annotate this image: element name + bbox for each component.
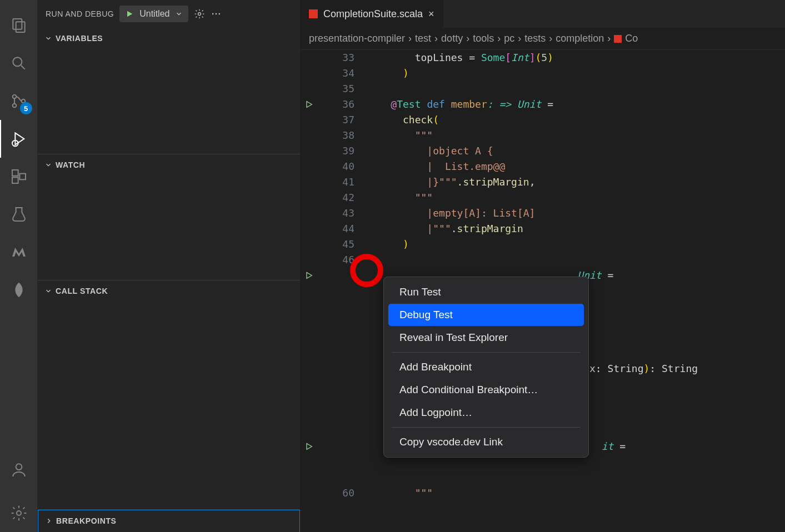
svg-marker-7	[15, 133, 24, 144]
svg-rect-1	[16, 22, 24, 32]
source-control-icon[interactable]: 5	[0, 82, 38, 120]
svg-rect-10	[12, 177, 18, 183]
breadcrumb-item[interactable]: dotty	[441, 33, 463, 44]
svg-rect-0	[13, 19, 22, 29]
panel-callstack: CALL STACK	[38, 280, 300, 510]
scm-badge: 5	[20, 102, 32, 114]
breadcrumb-item[interactable]: tools	[473, 33, 494, 44]
chevron-down-icon	[175, 10, 183, 18]
code-lines[interactable]: topLines = Some[Int](5) ) @Test def memb…	[367, 50, 785, 532]
editor-area: CompletionSuite.scala × presentation-com…	[300, 0, 785, 532]
panel-header-breakpoints[interactable]: BREAKPOINTS	[38, 510, 299, 531]
breadcrumbs: presentation-compiler› test› dotty› tool…	[300, 28, 785, 50]
line-number: 60	[300, 485, 354, 501]
menu-debug-test[interactable]: Debug Test	[388, 304, 584, 326]
svg-point-2	[13, 57, 22, 66]
breadcrumb-item[interactable]: presentation-compiler	[309, 33, 405, 44]
accounts-icon[interactable]	[0, 451, 38, 489]
menu-add-breakpoint[interactable]: Add Breakpoint	[388, 356, 584, 378]
svg-marker-21	[307, 444, 312, 450]
panel-header-variables[interactable]: VARIABLES	[38, 28, 300, 49]
sidebar-header: RUN AND DEBUG Untitled	[38, 0, 300, 28]
menu-separator	[392, 352, 581, 353]
run-debug-icon[interactable]	[0, 120, 38, 158]
line-number	[300, 454, 354, 470]
svg-point-15	[198, 13, 201, 16]
svg-line-3	[21, 66, 25, 69]
svg-point-12	[16, 464, 22, 470]
sidebar-title: RUN AND DEBUG	[46, 9, 114, 18]
menu-copy-link[interactable]: Copy vscode.dev Link	[388, 431, 584, 453]
svg-marker-20	[307, 273, 312, 279]
svg-point-4	[12, 95, 16, 99]
panel-title-breakpoints: BREAKPOINTS	[56, 516, 117, 525]
more-icon[interactable]	[211, 8, 222, 19]
panel-title-watch: WATCH	[56, 160, 85, 169]
breadcrumb-item[interactable]: pc	[504, 33, 514, 44]
run-test-glyph[interactable]	[304, 97, 313, 112]
testing-icon[interactable]	[0, 195, 38, 233]
panel-title-variables: VARIABLES	[56, 34, 103, 43]
activity-bar: 5	[0, 0, 38, 532]
svg-point-5	[12, 104, 16, 108]
debug-sidebar: RUN AND DEBUG Untitled VARIABLES WATCH C…	[38, 0, 300, 532]
breadcrumb-item[interactable]: Co	[625, 33, 638, 44]
scala-file-icon	[614, 35, 622, 43]
gear-icon[interactable]	[194, 8, 205, 19]
panel-title-callstack: CALL STACK	[56, 287, 108, 295]
menu-run-test[interactable]: Run Test	[388, 281, 584, 303]
close-icon[interactable]: ×	[428, 8, 434, 20]
panel-breakpoints: BREAKPOINTS	[38, 510, 300, 532]
menu-add-logpoint[interactable]: Add Logpoint…	[388, 401, 584, 424]
tabs: CompletionSuite.scala ×	[300, 0, 785, 28]
svg-point-13	[17, 511, 21, 515]
panel-watch: WATCH	[38, 154, 300, 281]
svg-point-17	[216, 13, 217, 15]
svg-marker-19	[307, 102, 312, 108]
menu-reveal-explorer[interactable]: Reveal in Test Explorer	[388, 327, 584, 349]
svg-point-16	[212, 13, 214, 15]
play-icon	[125, 9, 134, 18]
menu-add-conditional-breakpoint[interactable]: Add Conditional Breakpoint…	[388, 379, 584, 401]
metals-icon[interactable]	[0, 233, 38, 271]
menu-separator	[392, 427, 581, 428]
line-number	[300, 470, 354, 485]
mongodb-icon[interactable]	[0, 271, 38, 309]
tab-completion-suite[interactable]: CompletionSuite.scala ×	[300, 0, 444, 28]
chevron-right-icon	[45, 517, 53, 525]
panel-variables: VARIABLES	[38, 28, 300, 154]
breadcrumb-item[interactable]: test	[415, 33, 431, 44]
chevron-down-icon	[44, 34, 52, 42]
extensions-icon[interactable]	[0, 158, 38, 195]
panel-header-callstack[interactable]: CALL STACK	[38, 280, 300, 302]
svg-marker-14	[127, 11, 132, 17]
run-test-glyph[interactable]	[304, 439, 313, 454]
search-icon[interactable]	[0, 44, 38, 82]
svg-rect-11	[19, 174, 26, 180]
panel-header-watch[interactable]: WATCH	[38, 154, 300, 175]
context-menu: Run Test Debug Test Reveal in Test Explo…	[383, 277, 589, 458]
svg-rect-9	[12, 170, 18, 176]
breadcrumb-item[interactable]: tests	[524, 33, 546, 44]
breadcrumb-item[interactable]: completion	[556, 33, 604, 44]
run-test-glyph-circled[interactable]	[304, 268, 313, 283]
run-config-select[interactable]: Untitled	[119, 6, 188, 22]
chevron-down-icon	[44, 287, 52, 295]
svg-point-18	[219, 13, 221, 15]
scala-file-icon	[309, 9, 318, 18]
tab-label: CompletionSuite.scala	[323, 8, 423, 20]
settings-gear-icon[interactable]	[0, 494, 38, 532]
run-config-name: Untitled	[139, 9, 169, 19]
code-area[interactable]: 33 34 35 36 37 38 39 40 41 42 43 44 45 4…	[300, 50, 785, 532]
gutter: 33 34 35 36 37 38 39 40 41 42 43 44 45 4…	[300, 50, 367, 532]
explorer-icon[interactable]	[0, 7, 38, 44]
chevron-down-icon	[44, 161, 52, 169]
